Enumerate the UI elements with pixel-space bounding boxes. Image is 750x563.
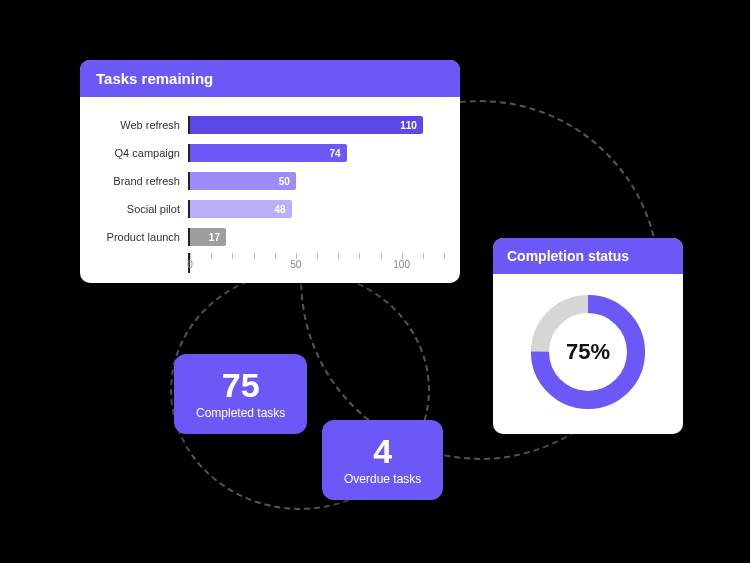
bar-track: 110 bbox=[188, 116, 444, 134]
bar: 48 bbox=[190, 200, 292, 218]
completion-donut: 75% bbox=[528, 292, 648, 412]
tasks-remaining-title: Tasks remaining bbox=[80, 60, 460, 97]
x-tick bbox=[444, 253, 445, 259]
bar-category-label: Social pilot bbox=[96, 203, 188, 215]
bar-row: Social pilot48 bbox=[96, 197, 444, 221]
bar: 50 bbox=[190, 172, 296, 190]
bar-row: Q4 campaign74 bbox=[96, 141, 444, 165]
overdue-tasks-tile: 4 Overdue tasks bbox=[322, 420, 443, 500]
bar-track: 17 bbox=[188, 228, 444, 246]
x-tick bbox=[338, 253, 339, 259]
completed-tasks-tile: 75 Completed tasks bbox=[174, 354, 307, 434]
x-tick bbox=[317, 253, 318, 259]
x-tick bbox=[381, 253, 382, 259]
x-tick bbox=[359, 253, 360, 259]
bar-track: 50 bbox=[188, 172, 444, 190]
bar-category-label: Q4 campaign bbox=[96, 147, 188, 159]
x-tick bbox=[211, 253, 212, 259]
x-tick-label: 50 bbox=[290, 259, 301, 270]
bar-category-label: Product launch bbox=[96, 231, 188, 243]
x-axis: 050100 bbox=[96, 253, 444, 273]
bar-row: Product launch17 bbox=[96, 225, 444, 249]
bar-category-label: Brand refresh bbox=[96, 175, 188, 187]
completed-tasks-value: 75 bbox=[196, 368, 285, 402]
bar-track: 48 bbox=[188, 200, 444, 218]
bar-category-label: Web refresh bbox=[96, 119, 188, 131]
x-tick-label: 0 bbox=[187, 259, 193, 270]
completion-percent-label: 75% bbox=[528, 292, 648, 412]
x-tick bbox=[423, 253, 424, 259]
x-axis-track: 050100 bbox=[188, 253, 444, 273]
bar-track: 74 bbox=[188, 144, 444, 162]
x-tick bbox=[275, 253, 276, 259]
x-tick bbox=[254, 253, 255, 259]
overdue-tasks-label: Overdue tasks bbox=[344, 472, 421, 486]
tasks-remaining-card: Tasks remaining Web refresh110Q4 campaig… bbox=[80, 60, 460, 283]
bar: 17 bbox=[190, 228, 226, 246]
overdue-tasks-value: 4 bbox=[344, 434, 421, 468]
completion-status-title: Completion status bbox=[493, 238, 683, 274]
x-tick bbox=[232, 253, 233, 259]
bar-row: Web refresh110 bbox=[96, 113, 444, 137]
completed-tasks-label: Completed tasks bbox=[196, 406, 285, 420]
completion-status-card: Completion status 75% bbox=[493, 238, 683, 434]
bar: 110 bbox=[190, 116, 423, 134]
canvas: Tasks remaining Web refresh110Q4 campaig… bbox=[0, 0, 750, 563]
completion-donut-wrap: 75% bbox=[493, 274, 683, 434]
tasks-bar-chart: Web refresh110Q4 campaign74Brand refresh… bbox=[80, 97, 460, 283]
x-tick-label: 100 bbox=[393, 259, 410, 270]
bar-row: Brand refresh50 bbox=[96, 169, 444, 193]
bar: 74 bbox=[190, 144, 347, 162]
